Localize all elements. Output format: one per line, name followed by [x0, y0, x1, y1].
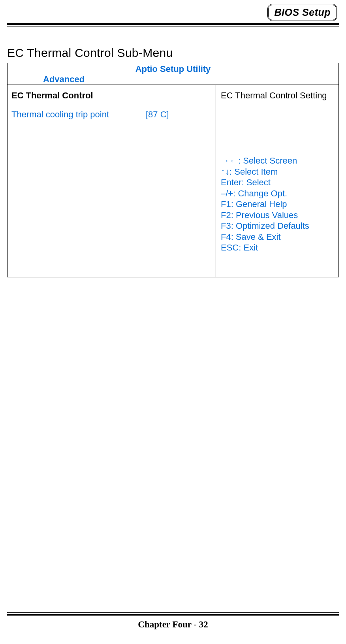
setting-value: [87 C]: [146, 109, 169, 120]
header-rule: [7, 23, 339, 26]
key-help-line: Enter: Select: [221, 177, 334, 188]
key-help-line: F1: General Help: [221, 199, 334, 210]
key-help-line: ESC: Exit: [221, 242, 334, 253]
page-header-badge: BIOS Setup: [267, 4, 337, 21]
setting-description: EC Thermal Control Setting: [216, 85, 339, 152]
section-title: EC Thermal Control Sub-Menu: [7, 46, 339, 60]
bios-utility-title: Aptio Setup Utility: [8, 63, 338, 74]
key-help-line: F3: Optimized Defaults: [221, 220, 334, 232]
setting-thermal-cooling-trip-point[interactable]: Thermal cooling trip point [87 C]: [11, 109, 211, 120]
bios-setup-panel: Aptio Setup Utility Advanced EC Thermal …: [7, 63, 339, 277]
key-help-line: –/+: Change Opt.: [221, 188, 334, 199]
key-help-pane: →←: Select Screen ↑↓: Select Item Enter:…: [216, 152, 339, 277]
page-footer: Chapter Four - 32: [7, 620, 339, 630]
settings-group-title: EC Thermal Control: [11, 90, 211, 101]
key-help-line: F4: Save & Exit: [221, 232, 334, 243]
footer-rule: [7, 612, 339, 616]
key-help-line: ↑↓: Select Item: [221, 166, 334, 177]
bios-header-cell: Aptio Setup Utility Advanced: [8, 63, 339, 85]
key-help-line: F2: Previous Values: [221, 210, 334, 221]
bios-settings-pane: EC Thermal Control Thermal cooling trip …: [8, 85, 216, 277]
setting-label: Thermal cooling trip point: [11, 109, 146, 120]
key-help-line: →←: Select Screen: [221, 155, 334, 166]
bios-tab-advanced[interactable]: Advanced: [8, 74, 338, 85]
